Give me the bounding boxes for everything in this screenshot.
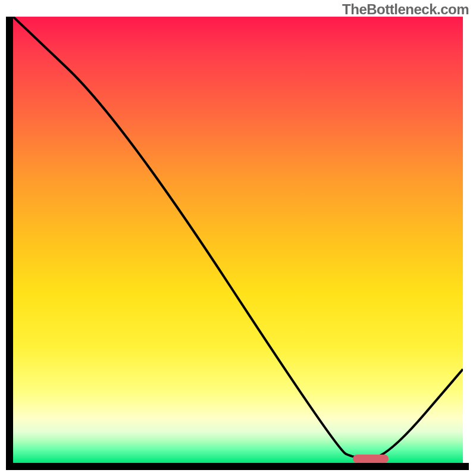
- y-axis: [6, 17, 13, 463]
- chart-container: TheBottleneck.com: [0, 0, 476, 476]
- curve-path: [13, 17, 463, 459]
- x-axis: [6, 463, 469, 470]
- bottleneck-curve: [13, 17, 463, 463]
- watermark-text: TheBottleneck.com: [342, 1, 469, 18]
- optimal-range-marker: [353, 455, 389, 463]
- plot-area: [13, 17, 463, 463]
